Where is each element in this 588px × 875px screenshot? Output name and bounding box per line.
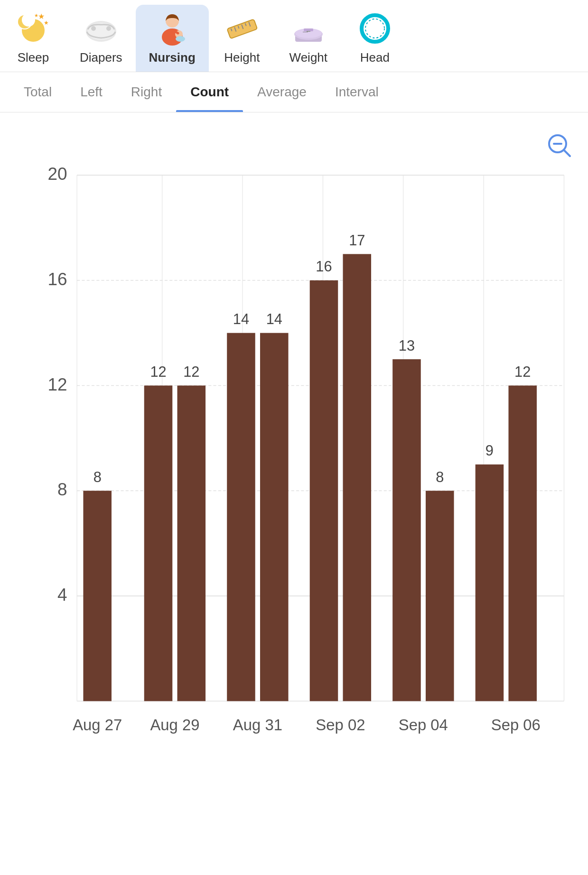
bar-aug31a — [227, 333, 255, 701]
head-icon — [356, 9, 394, 47]
svg-text:17: 17 — [349, 232, 365, 249]
tab-total[interactable]: Total — [9, 72, 66, 112]
svg-text:8: 8 — [93, 469, 102, 485]
svg-text:—: — — [303, 28, 308, 34]
bar-sep02a — [310, 280, 338, 701]
svg-point-30 — [365, 19, 384, 38]
height-icon — [223, 9, 261, 47]
chart-inner: 20 16 12 8 4 8 12 12 14 14 — [38, 136, 574, 818]
bar-sep06b — [508, 385, 537, 701]
svg-text:12: 12 — [183, 363, 199, 380]
svg-point-10 — [106, 26, 111, 31]
nursing-icon — [153, 9, 191, 47]
nav-item-sleep[interactable]: ★ ★ ★ Sleep — [0, 5, 66, 72]
svg-text:★: ★ — [44, 19, 49, 26]
svg-text:★: ★ — [34, 13, 38, 18]
svg-text:14: 14 — [266, 311, 282, 327]
top-navigation: ★ ★ ★ Sleep Diapers — [0, 0, 588, 72]
svg-text:9: 9 — [485, 442, 494, 459]
nav-item-nursing[interactable]: Nursing — [136, 5, 209, 72]
bar-chart-svg: 20 16 12 8 4 8 12 12 14 14 — [38, 136, 574, 818]
sleep-icon: ★ ★ ★ — [14, 9, 52, 47]
svg-text:12: 12 — [514, 363, 531, 380]
svg-text:14: 14 — [233, 311, 249, 327]
tab-interval[interactable]: Interval — [321, 72, 393, 112]
svg-text:Sep 04: Sep 04 — [399, 716, 448, 734]
bar-sep04b — [426, 491, 454, 701]
tab-count[interactable]: Count — [176, 72, 243, 112]
tab-bar: Total Left Right Count Average Interval — [0, 72, 588, 112]
tab-right[interactable]: Right — [117, 72, 176, 112]
svg-text:12: 12 — [150, 363, 166, 380]
svg-point-9 — [91, 26, 96, 31]
svg-text:4: 4 — [57, 585, 67, 605]
svg-text:Aug 29: Aug 29 — [150, 716, 199, 734]
chart-area: 20 16 12 8 4 8 12 12 14 14 — [0, 117, 588, 837]
nav-label-diapers: Diapers — [80, 50, 122, 65]
nav-item-diapers[interactable]: Diapers — [66, 5, 136, 72]
svg-text:20: 20 — [47, 164, 67, 184]
svg-text:13: 13 — [399, 337, 415, 354]
svg-point-14 — [176, 36, 185, 42]
bar-aug29b — [177, 385, 206, 701]
svg-text:8: 8 — [57, 480, 67, 499]
diapers-icon — [82, 9, 120, 47]
nav-item-height[interactable]: Height — [209, 5, 275, 72]
svg-text:Sep 02: Sep 02 — [316, 716, 365, 734]
tab-average[interactable]: Average — [243, 72, 321, 112]
nav-item-weight[interactable]: — Weight — [275, 5, 342, 72]
bar-sep02b — [343, 254, 372, 701]
svg-text:16: 16 — [47, 270, 67, 289]
nav-label-nursing: Nursing — [149, 50, 196, 65]
nav-label-weight: Weight — [289, 50, 327, 65]
svg-text:Aug 31: Aug 31 — [233, 716, 282, 734]
svg-text:8: 8 — [436, 469, 444, 485]
nav-label-sleep: Sleep — [18, 50, 49, 65]
svg-text:12: 12 — [47, 375, 67, 394]
bar-aug29a — [144, 385, 173, 701]
bar-sep04a — [392, 359, 421, 701]
svg-point-3 — [22, 13, 35, 27]
weight-icon: — — [289, 9, 327, 47]
bar-sep06a — [476, 465, 504, 701]
nav-label-height: Height — [224, 50, 260, 65]
nav-item-head[interactable]: Head — [342, 5, 408, 72]
bar-aug27 — [83, 491, 112, 701]
svg-text:16: 16 — [316, 258, 332, 275]
bar-aug31b — [260, 333, 289, 701]
nav-label-head: Head — [360, 50, 390, 65]
svg-text:Aug 27: Aug 27 — [73, 716, 122, 734]
tab-left[interactable]: Left — [66, 72, 117, 112]
svg-text:Sep 06: Sep 06 — [491, 716, 541, 734]
